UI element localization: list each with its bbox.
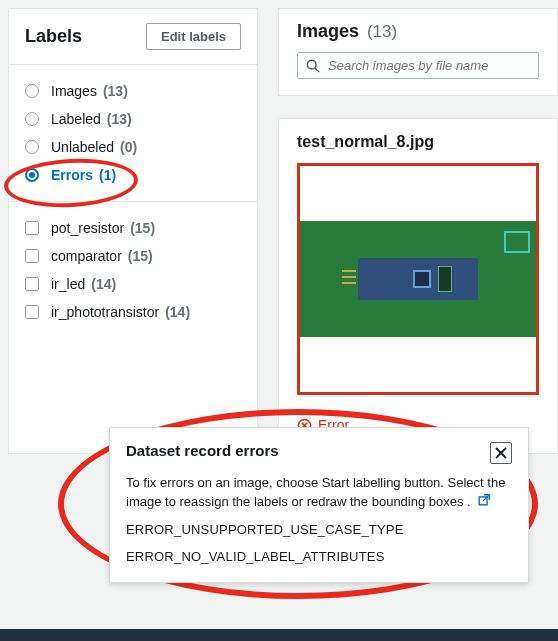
images-title: Images [297, 21, 359, 41]
checkbox-icon [25, 221, 39, 235]
images-header: Images (13) [278, 8, 558, 96]
filter-errors[interactable]: Errors (1) [9, 161, 257, 189]
error-code: ERROR_UNSUPPORTED_USE_CASE_TYPE [126, 521, 512, 540]
label-count: (14) [91, 276, 116, 292]
label-pot-resistor[interactable]: pot_resistor (15) [9, 214, 257, 242]
filter-count: (13) [107, 111, 132, 127]
popover-body: To fix errors on an image, choose Start … [126, 474, 512, 566]
footer-bar [0, 629, 558, 641]
popover-help-text: To fix errors on an image, choose Start … [126, 475, 505, 509]
svg-point-0 [307, 60, 316, 69]
radio-icon [25, 112, 39, 126]
bounding-box [504, 231, 530, 253]
edit-labels-button[interactable]: Edit labels [146, 23, 241, 50]
filter-label: Errors [51, 167, 93, 183]
filter-count: (13) [103, 83, 128, 99]
radio-icon [25, 140, 39, 154]
label-name: ir_phototransistor [51, 304, 159, 320]
checkbox-icon [25, 277, 39, 291]
popover-title: Dataset record errors [126, 442, 279, 459]
label-ir-phototransistor[interactable]: ir_phototransistor (14) [9, 298, 257, 326]
label-count: (15) [130, 220, 155, 236]
search-input[interactable] [328, 58, 530, 73]
close-button[interactable] [490, 442, 512, 464]
thumbnail-graphic [300, 221, 536, 337]
image-card[interactable]: test_normal_8.jpg Error [278, 118, 558, 454]
dataset-errors-popover: Dataset record errors To fix errors on a… [109, 427, 529, 583]
external-link-icon [477, 493, 491, 513]
filter-list: Images (13) Labeled (13) Unlabeled (0) E… [9, 65, 257, 202]
label-list: pot_resistor (15) comparator (15) ir_led… [9, 202, 257, 338]
filter-labeled[interactable]: Labeled (13) [9, 105, 257, 133]
filter-label: Labeled [51, 111, 101, 127]
image-filename: test_normal_8.jpg [297, 133, 539, 151]
label-name: comparator [51, 248, 122, 264]
filter-images[interactable]: Images (13) [9, 77, 257, 105]
radio-icon [25, 84, 39, 98]
labels-sidebar: Labels Edit labels Images (13) Labeled (… [8, 8, 258, 454]
images-count: (13) [367, 22, 397, 41]
filter-count: (1) [99, 167, 116, 183]
images-panel: Images (13) test_normal_8.jpg [278, 8, 558, 454]
learn-more-link[interactable] [474, 494, 491, 509]
filter-count: (0) [120, 139, 137, 155]
filter-label: Unlabeled [51, 139, 114, 155]
label-count: (15) [128, 248, 153, 264]
svg-line-1 [315, 68, 319, 72]
sidebar-title: Labels [25, 26, 82, 47]
error-code: ERROR_NO_VALID_LABEL_ATTRIBUTES [126, 548, 512, 567]
checkbox-icon [25, 249, 39, 263]
radio-icon [25, 168, 39, 182]
image-thumbnail[interactable] [297, 163, 539, 395]
sidebar-header: Labels Edit labels [9, 9, 257, 65]
label-comparator[interactable]: comparator (15) [9, 242, 257, 270]
filter-unlabeled[interactable]: Unlabeled (0) [9, 133, 257, 161]
label-name: pot_resistor [51, 220, 124, 236]
search-icon [306, 59, 320, 73]
label-name: ir_led [51, 276, 85, 292]
checkbox-icon [25, 305, 39, 319]
label-count: (14) [165, 304, 190, 320]
filter-label: Images [51, 83, 97, 99]
svg-line-8 [483, 495, 489, 501]
close-icon [495, 447, 507, 459]
search-input-wrap[interactable] [297, 52, 539, 79]
label-ir-led[interactable]: ir_led (14) [9, 270, 257, 298]
